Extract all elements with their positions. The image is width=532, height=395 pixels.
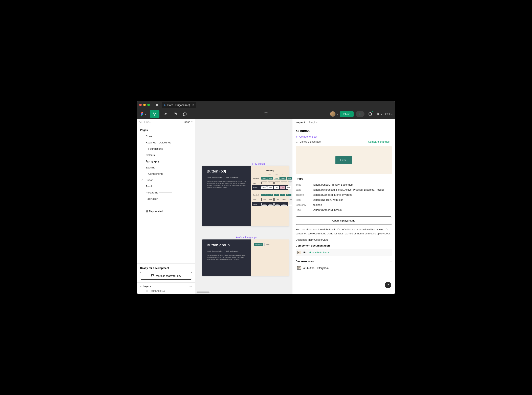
variant-button: Label [261,187,267,189]
prop-row: Icon onlyboolean [296,202,392,207]
share-button[interactable]: Share [340,111,354,117]
dev-resource-link[interactable]: FT o3-button – Storybook [296,265,392,270]
variant-button: Label [261,194,267,196]
tab-inspect[interactable]: Inspect [296,121,305,124]
page-item[interactable]: ───────────────── [140,202,192,208]
right-panel: Inspect Plugins o3-button ⋯ ◈ Component … [292,119,395,294]
rectangle-icon: ▭ [146,289,148,292]
variant-button: Label [280,187,285,189]
variant-button: Label [267,194,273,196]
layers-header[interactable]: ⌄ Layers ⋯ [140,285,192,288]
svg-point-0 [141,112,142,113]
canvas-scrollbar[interactable] [197,291,210,293]
layer-item[interactable]: ▭ Rectangle 17 [140,288,192,292]
figma-menu[interactable]: ⌄ [139,112,147,116]
variant-button: Label [288,198,292,201]
doc-link[interactable]: FT Ft · origami-beta.ft.com ⋯ [296,249,392,256]
maximize-window[interactable] [147,104,150,106]
annotate-tool[interactable] [172,110,179,118]
chevron-down-icon: ⌄ [336,113,338,115]
component-header: o3-button ⋯ [296,126,392,134]
selection-label[interactable]: ◈ o3-button [252,162,265,165]
ft-badge-icon: FT [297,251,301,254]
chevron-icon: ⌃ [191,121,193,123]
variant-button: Label [274,177,280,180]
tab-title: Core - Origami (o3) [167,104,190,106]
page-item[interactable]: Spacing [140,165,192,171]
column-headers: FocusActivePr [252,174,288,176]
compare-changes-link[interactable]: Compare changes ⌄ [368,140,392,143]
button-group-preview: Subscribe Save [252,241,288,248]
svg-point-4 [141,115,142,116]
mark-ready-button[interactable]: Mark as ready for dev [140,272,192,280]
file-tab[interactable]: ◈ Core - Origami (o3) × [162,102,196,108]
history-icon [296,140,299,143]
selection-label-2[interactable]: ◈ o3-button-grouped [236,236,258,239]
component-name: o3-button [296,129,310,132]
component-type[interactable]: ◈ Component set [296,134,392,139]
open-playground-button[interactable]: Open in playground [296,216,392,225]
svg-point-3 [142,113,143,115]
variant-row: MonoLabelLabelLabelLabelLabel [252,197,288,202]
chevron-down-icon: ⌄ [390,141,392,143]
page-item[interactable]: Typography [140,158,192,165]
svg-point-11 [140,121,141,122]
page-item[interactable]: Pagination [140,196,192,202]
page-item[interactable]: Cover [140,133,192,139]
variant-button: Label [261,198,267,201]
present-button[interactable]: ⌄ [376,110,383,118]
page-item[interactable]: Tooltip [140,183,192,189]
variant-button: Label [261,177,267,180]
variant-button: Label [287,177,292,180]
canvas-frame-button[interactable]: Button (o3) Link to documentation | Link… [202,166,289,226]
search-input[interactable] [144,121,181,123]
frame-desc: Buttons are triggers that provide users … [207,180,246,188]
svg-rect-5 [164,113,167,115]
dev-icon [151,274,154,277]
comment-tool[interactable] [181,110,188,118]
variant-button: Label [288,181,292,184]
svg-marker-10 [378,113,379,115]
component-menu-icon[interactable]: ⋯ [389,129,392,133]
measure-tool[interactable] [162,110,169,118]
page-item[interactable]: Button [140,177,192,183]
close-window[interactable] [139,104,142,106]
library-icon[interactable] [366,110,374,118]
pages-title: Pages [140,127,192,133]
page-item[interactable]: ─ Patterns ─────── [140,189,192,196]
dev-mode-center-icon[interactable] [264,112,268,116]
page-item[interactable]: ─ Components ─────── [140,171,192,177]
page-item[interactable]: Colours [140,152,192,158]
variant-row: InverseLabelLabelLabelLabelLabel [252,202,288,206]
canvas-frame-button-group[interactable]: Button group Link to documentation | Lin… [202,239,289,276]
search-filter[interactable]: Button ⌃ [183,121,193,123]
variant-row: InverseLabelLabelLabelLabelLabel [252,185,288,190]
menu-dots[interactable]: ⋯ [386,103,393,107]
user-avatar[interactable]: ⌄ [330,111,338,117]
doc-title: Component documentation [296,244,392,247]
add-resource-icon[interactable]: + [390,259,392,263]
minimize-window[interactable] [143,104,146,106]
variant-button: Label [268,203,274,206]
component-icon: ◈ [236,236,238,239]
doc-link-menu-icon[interactable]: ⋯ [388,251,390,254]
frame-title: Button (o3) [207,169,246,174]
svg-line-12 [141,122,142,123]
variant-button: Label [267,177,273,180]
move-tool[interactable] [150,110,160,118]
search-row: Button ⌃ [137,119,195,125]
variant-row: MonoLabelLabelLabelLabelLabel [252,181,288,185]
frame-title: Button group [207,243,246,247]
close-tab-icon[interactable]: × [192,103,194,106]
dev-mode-toggle[interactable] [356,111,365,117]
page-item[interactable]: Read Me - Guidelines [140,139,192,146]
zoom-control[interactable]: 26% ⌄ [385,113,393,115]
tab-plugins[interactable]: Plugins [309,121,318,124]
page-item[interactable]: ─ Foundations ─────── [140,146,192,152]
layers-menu-icon[interactable]: ⋯ [189,285,192,288]
new-tab-button[interactable]: + [198,102,204,108]
page-item[interactable]: 🗑 Deprecated [140,208,192,214]
canvas[interactable]: ◈ o3-button Button (o3) Link to document… [195,119,292,294]
home-button[interactable] [154,102,160,108]
help-button[interactable]: ? [385,282,391,288]
